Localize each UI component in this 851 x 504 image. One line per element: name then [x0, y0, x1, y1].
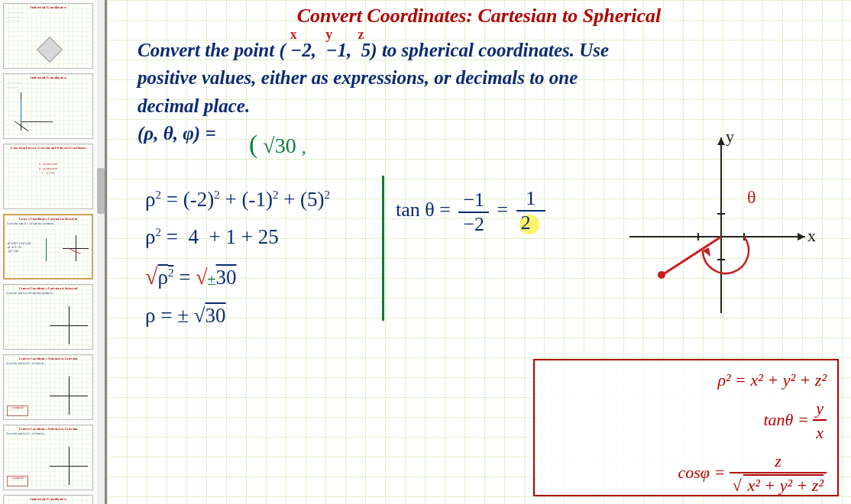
frac1-den: −2	[458, 213, 489, 236]
slide-thumbnails-panel: Spherical Coordinates · · · · · · · · · …	[0, 0, 107, 504]
green-divider	[382, 176, 384, 321]
slide-thumb-4-active[interactable]: Convert Coordinates: Cartesian to Spheri…	[3, 214, 93, 279]
problem-text-3: decimal place.	[138, 95, 250, 116]
slide-thumb-6[interactable]: Convert Coordinates: Spherical to Cartes…	[3, 354, 93, 420]
svg-point-9	[658, 271, 665, 279]
slide-thumb-2[interactable]: Spherical Coordinates · · · · · · · · · …	[3, 73, 93, 139]
svg-line-8	[665, 237, 721, 273]
slide-thumb-7[interactable]: Convert Coordinates: Spherical to Cartes…	[3, 425, 93, 490]
thumb-mini-graph	[50, 376, 88, 415]
xy-axes-diagram: x y θ	[622, 122, 820, 321]
frac1-num: −1	[458, 189, 489, 213]
x-label: x	[290, 24, 297, 44]
formula-tan-theta: tanθ = y x	[545, 398, 827, 444]
frac2-num: 1	[516, 187, 545, 212]
formula-cos-phi: cosφ = z √ x² + y² + z²	[545, 451, 827, 497]
formula-reference-box: ρ² = x² + y² + z² tanθ = y x cosφ = z √ …	[533, 359, 839, 496]
slide-thumb-3[interactable]: Converting Between Cartesian and Spheric…	[3, 144, 93, 209]
theta-label: θ	[747, 187, 756, 207]
answer-comma: ,	[302, 137, 306, 157]
thumbnail-scrollbar[interactable]	[97, 0, 105, 504]
main-slide: Convert Coordinates: Cartesian to Spheri…	[107, 0, 851, 504]
thumb-work: ρ²=(-2)²+(-1)²+(5)²ρ²=4+1+25√ρ²=√30	[8, 241, 31, 253]
slide-thumb-1[interactable]: Spherical Coordinates · · · · · · · · · …	[3, 3, 93, 69]
thumbnail-scroll-thumb[interactable]	[97, 168, 105, 214]
theta-derivation: tan θ = −1 −2 = 1 2	[396, 187, 548, 237]
eq: =	[497, 199, 509, 221]
thumb-formula-box: x=ρsinφcosθ	[7, 476, 28, 486]
frac2-den: 2	[516, 212, 545, 237]
formula-rho2: ρ² = x² + y² + z²	[545, 370, 827, 392]
problem-text-1a: Convert the point (	[138, 40, 286, 60]
problem-text-2: positive values, either as expressions, …	[138, 67, 578, 88]
x-axis-label: x	[807, 226, 816, 245]
answer-rho: √30	[263, 134, 296, 157]
thumb-mini-graph	[50, 447, 88, 485]
slide-title: Convert Coordinates: Cartesian to Spheri…	[107, 5, 851, 27]
thumb-divider	[46, 238, 47, 261]
pm-note: ±	[208, 271, 216, 288]
slide-thumb-8[interactable]: Spherical Coordinates	[3, 495, 93, 504]
rho-derivation: ρ2 = (-2)2 + (-1)2 + (5)2 ρ2 = 4 + 1 + 2…	[145, 183, 330, 338]
result-label: (ρ, θ, φ) =	[138, 123, 216, 144]
y-axis-label: y	[726, 127, 734, 146]
y-label: y	[325, 24, 332, 44]
axes-3d-icon	[11, 92, 54, 135]
slide-thumb-5[interactable]: Convert Coordinates: Cartesian to Spheri…	[3, 284, 93, 350]
thumb-formula-box: x=ρsinφcosθ	[7, 405, 28, 416]
thumb-mini-graph	[63, 235, 89, 261]
thumb-mini-graph	[50, 306, 88, 344]
problem-text-1b: ) to spherical coordinates. Use	[370, 40, 609, 60]
svg-marker-3	[717, 137, 725, 145]
svg-marker-1	[798, 233, 805, 241]
answer-partial: ( √30 ,	[249, 130, 306, 159]
tan-theta-lhs: tan θ =	[396, 199, 451, 221]
z-label: z	[358, 24, 364, 44]
